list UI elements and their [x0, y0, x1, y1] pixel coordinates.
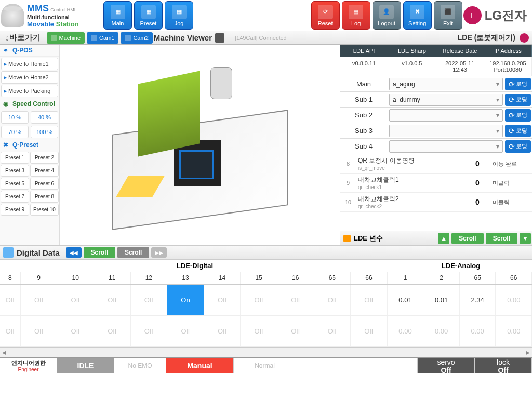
preset-4-button[interactable]: Preset 4	[30, 165, 59, 177]
digital-cell: Off	[241, 316, 277, 346]
move-packing-button[interactable]: Move to Packing	[1, 85, 58, 97]
dd-sub4-select[interactable]	[389, 140, 503, 153]
data-icon	[3, 247, 14, 258]
val-lde-api: v0.8.0.11	[340, 57, 388, 76]
digital-cell: Off	[351, 316, 388, 346]
main-button[interactable]: ▦Main	[103, 1, 132, 30]
log-button[interactable]: ▤Log	[342, 1, 370, 30]
tab-cam2[interactable]: Cam2	[121, 32, 152, 44]
variable-row[interactable]: 8 QR 보정시 이동명령is_qr_move 0 이동 완료	[340, 154, 532, 174]
digital-cell: Off	[94, 285, 131, 315]
speed-40-button[interactable]: 40 %	[31, 111, 58, 124]
digital-col-header: 15	[241, 272, 277, 284]
reload-sub4-button[interactable]: 로딩	[505, 140, 531, 153]
digital-cell: Off	[0, 285, 21, 315]
digital-cell: Off	[204, 285, 241, 315]
door-icon: ⬛	[441, 5, 455, 19]
preset-3-button[interactable]: Preset 3	[1, 165, 29, 177]
logout-button[interactable]: 👤Logout	[373, 1, 401, 30]
machine-3d-model	[96, 62, 304, 228]
digital-cell: Off	[167, 316, 204, 346]
analog-cell: 0.01	[423, 285, 460, 315]
digital-data-bar: Digital Data ◀◀ Scroll Scroll ▶▶	[0, 245, 532, 260]
servo-toggle[interactable]: servoOff	[418, 358, 475, 373]
digital-cell: Off	[57, 285, 94, 315]
digital-scroll-green-button[interactable]: Scroll	[84, 247, 115, 258]
setting-button[interactable]: ✖Setting	[403, 1, 432, 30]
tab-cam1[interactable]: Cam1	[87, 32, 118, 44]
val-lde-sharp: v1.0.0.5	[388, 57, 436, 76]
analog-col-header: 1	[388, 272, 424, 284]
analog-cell: 0.01	[388, 285, 424, 315]
move-home2-button[interactable]: Move to Home2	[1, 71, 58, 84]
dd-main-select[interactable]: a_aging	[389, 78, 503, 90]
boxes-icon: ▦	[141, 5, 156, 19]
exit-button[interactable]: ⬛Exit	[434, 1, 462, 30]
digital-col-header: 8	[0, 272, 21, 284]
scroll-button-1[interactable]: Scroll	[451, 233, 483, 244]
variable-row[interactable]: 9 대차교체클릭1qr_check1 0 미클릭	[340, 174, 532, 193]
digital-cell: Off	[131, 316, 168, 346]
dd-sub1-label: Sub 1	[340, 96, 387, 103]
data-table: LDE-Digital LDE-Analog 89101112131415166…	[0, 260, 532, 347]
variable-list: 8 QR 보정시 이동명령is_qr_move 0 이동 완료 9 대차교체클릭…	[340, 154, 532, 231]
analog-cell: 0.00	[423, 316, 460, 346]
section-digital-label: LDE-Digital	[0, 262, 390, 270]
tools-icon: ✖	[3, 141, 10, 149]
move-home1-button[interactable]: Move to Home1	[1, 58, 58, 70]
sub-toolbar: ↕ 바로가기 Machine Cam1 Cam2 Machine Viewer …	[0, 31, 532, 45]
boxes-icon: ▦	[172, 5, 187, 19]
analog-cell: 0.00	[388, 316, 424, 346]
scroll-up-button[interactable]: ▲	[438, 233, 449, 244]
speed-10-button[interactable]: 10 %	[1, 111, 29, 124]
lde-info-row: v0.8.0.11 v1.0.0.5 2022-05-11 12:43 192.…	[340, 57, 532, 76]
lock-toggle[interactable]: lockOff	[475, 358, 532, 373]
jog-button[interactable]: ▦Jog	[165, 1, 193, 30]
digital-cell: Off	[277, 316, 314, 346]
preset-1-button[interactable]: Preset 1	[1, 152, 29, 164]
preset-2-button[interactable]: Preset 2	[30, 152, 59, 164]
dd-sub2-select[interactable]	[389, 109, 503, 122]
reload-sub2-button[interactable]: 로딩	[505, 109, 531, 122]
lde-panel: LDE API LDE Sharp Release Date IP Addres…	[340, 45, 532, 245]
status-manual: Manual	[166, 358, 234, 373]
digital-cell: Off	[131, 285, 168, 315]
preset-8-button[interactable]: Preset 8	[30, 191, 59, 203]
scroll-down-button[interactable]: ▼	[520, 233, 531, 244]
val-release-date: 2022-05-11 12:43	[436, 57, 484, 76]
preset-button[interactable]: ▦Preset	[134, 1, 163, 30]
reset-button[interactable]: ⟳Reset	[311, 1, 340, 30]
square-icon	[343, 235, 351, 242]
digital-scroll-gray-button[interactable]: Scroll	[117, 247, 149, 258]
scroll-left-fast-button[interactable]: ◀◀	[66, 247, 82, 258]
preset-6-button[interactable]: Preset 6	[30, 178, 59, 190]
dd-sub1-select[interactable]: a_dummy	[389, 94, 503, 106]
preset-10-button[interactable]: Preset 10	[30, 204, 59, 216]
digital-cell: Off	[21, 316, 58, 346]
dd-sub3-select[interactable]	[389, 125, 503, 137]
horizontal-scrollbar[interactable]	[0, 347, 532, 357]
digital-cell: Off	[0, 316, 21, 346]
mms-subtitle: Control HMI	[50, 7, 75, 12]
scroll-right-fast-button[interactable]: ▶▶	[151, 247, 167, 258]
speed-100-button[interactable]: 100 %	[31, 126, 58, 138]
reset-icon: ⟳	[318, 5, 332, 19]
reload-main-button[interactable]: 로딩	[505, 78, 531, 90]
boxes-icon: ▦	[111, 5, 125, 19]
speed-70-button[interactable]: 70 %	[1, 126, 29, 138]
preset-7-button[interactable]: Preset 7	[1, 191, 29, 203]
analog-col-header: 66	[496, 272, 532, 284]
reload-sub1-button[interactable]: 로딩	[505, 94, 531, 106]
tab-machine[interactable]: Machine	[47, 32, 85, 44]
digital-col-header: 9	[21, 272, 58, 284]
scroll-button-2[interactable]: Scroll	[486, 233, 517, 244]
link-icon: ⚭	[3, 47, 10, 54]
machine-viewer[interactable]	[60, 45, 340, 245]
digital-cell: Off	[21, 285, 58, 315]
reload-sub3-button[interactable]: 로딩	[505, 125, 531, 137]
variable-row[interactable]: 10 대차교체클릭2qr_check2 0 미클릭	[340, 193, 532, 212]
preset-9-button[interactable]: Preset 9	[1, 204, 29, 216]
connection-status: [149Call] Connected	[230, 35, 292, 41]
qpreset-header: ✖Q-Preset	[0, 139, 59, 151]
preset-5-button[interactable]: Preset 5	[1, 178, 29, 190]
